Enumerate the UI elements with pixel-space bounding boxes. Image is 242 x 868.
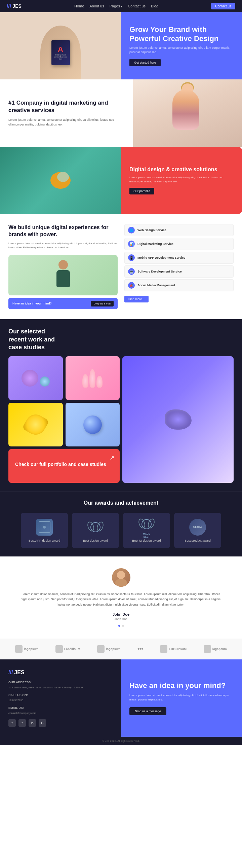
partner-logo-1: logopsum — [15, 645, 38, 653]
footer: /// JES Our address: 123 Main street, Ar… — [0, 659, 242, 737]
footer-logo-bars: /// — [8, 670, 13, 676]
footer-cta-button[interactable]: Drop us a message — [129, 707, 166, 715]
testimonial-section: Lorem ipsum dolor sit amet, consectetur … — [0, 556, 242, 639]
nav-blog[interactable]: Blog — [151, 4, 158, 8]
footer-left: /// JES Our address: 123 Main street, Ar… — [0, 659, 121, 737]
nav-links: Home About us Pages Contact us Blog — [74, 4, 158, 8]
hero-image-area: A Holding HandVertical BusinessCard — [0, 12, 121, 80]
arrow-icon: ↗ — [110, 454, 115, 462]
award-product-icon: ULTRA — [188, 518, 207, 536]
hero-title: Grow Your Brand with Powerful Creative D… — [129, 25, 234, 43]
portfolio-title-line3: case studies — [8, 343, 234, 351]
logo-icon-5 — [160, 645, 167, 653]
email-text: contact@company.com — [8, 711, 113, 716]
pink-fig-3 — [97, 376, 103, 388]
hero-hand: A Holding HandVertical BusinessCard — [40, 26, 81, 80]
desk-woman — [53, 260, 73, 290]
nav-contact[interactable]: Contact us — [128, 4, 145, 8]
logo-icon-6 — [204, 645, 211, 653]
nav-pages[interactable]: Pages — [110, 4, 123, 8]
testimonial-role: John Doe — [20, 617, 222, 621]
dot-1[interactable] — [118, 625, 120, 627]
partner-logo-3: logopsum — [97, 645, 120, 653]
chip-inner — [39, 521, 50, 533]
address-text: 123 Main street, Area name, Location nam… — [8, 686, 113, 690]
yellow-shell-icon — [22, 411, 49, 438]
logo-text-2: Làbèlifsum — [64, 647, 80, 651]
pink-fig-1 — [82, 374, 89, 388]
creative-portfolio-button[interactable]: Our portfolio — [129, 188, 154, 194]
badge-text: MADEBEST — [143, 533, 150, 538]
logo-icon-2 — [56, 645, 63, 653]
partner-logo-2: Làbèlifsum — [56, 645, 80, 653]
service-icon-1: 🌐 — [128, 227, 135, 234]
creative-title: Digital design & creative solutions — [129, 166, 234, 173]
testimonial-dots — [20, 625, 222, 627]
pink-figures-icon — [82, 369, 103, 388]
service-item-2[interactable]: 📊 Digital Marketing Service — [124, 238, 234, 250]
creative-content: Digital design & creative solutions Lore… — [121, 147, 242, 214]
about-description: Lorem ipsum dolor sit amet, consectetur … — [8, 117, 125, 127]
service-item-5[interactable]: 📣 Social Media Management — [124, 279, 234, 291]
portfolio-thumb-pink — [66, 356, 120, 400]
laurel-icon-2 — [138, 516, 155, 533]
logo-icon-3 — [97, 645, 105, 653]
brain-icon — [165, 409, 192, 430]
footer-cta-title: Have an idea in your mind? — [129, 681, 234, 690]
award-ui-icon: MADEBEST — [137, 518, 156, 536]
social-instagram[interactable]: in — [29, 719, 36, 727]
social-google[interactable]: G — [39, 719, 46, 727]
creative-image — [0, 147, 121, 214]
hero-cta-button[interactable]: Get started here — [129, 59, 161, 66]
award-ui: MADEBEST Best UI design award — [123, 513, 170, 548]
portfolio-cta-title: Check our full portfolio and case studie… — [15, 461, 106, 467]
portfolio-header: Our selected recent work and case studie… — [8, 328, 234, 351]
nav-home[interactable]: Home — [74, 4, 84, 8]
award-design-icon — [87, 518, 105, 536]
services-description: Lorem ipsum dolor sit amet, consectetur … — [8, 242, 118, 250]
service-item-4[interactable]: 💻 Software Development Service — [124, 266, 234, 278]
find-more-button[interactable]: Find more... — [124, 296, 148, 303]
service-icon-3: 📱 — [128, 254, 135, 261]
nav-cta-button[interactable]: Contact us — [211, 3, 235, 9]
creative-description: Lorem ipsum dolor sit amet, consectetur … — [129, 176, 234, 184]
hero-description: Lorem ipsum dolor sit amet, consectetur … — [129, 46, 234, 55]
svg-point-0 — [117, 571, 125, 579]
service-item-3[interactable]: 📱 Mobile APP Development Service — [124, 252, 234, 264]
idea-banner-button[interactable]: Drop us a mail — [91, 301, 114, 307]
award-app-label: Best APP design award — [29, 539, 60, 543]
portfolio-title-line1: Our selected — [8, 328, 234, 335]
portfolio-thumb-yellow — [8, 403, 63, 446]
circle-small — [40, 376, 50, 386]
social-facebook[interactable]: f — [8, 719, 16, 727]
social-twitter[interactable]: t — [19, 719, 26, 727]
award-app-icon — [35, 518, 54, 536]
desk-body — [57, 270, 70, 287]
service-name-5: Social Media Management — [137, 284, 175, 287]
services-title: We build unique digital experiences for … — [8, 224, 118, 238]
pumpkin-illustration — [0, 147, 121, 214]
portfolio-thumb-brain — [122, 356, 234, 483]
footer-socials: f t in G — [8, 719, 113, 727]
ultra-text: ULTRA — [193, 526, 202, 529]
services-content: We build unique digital experiences for … — [8, 224, 118, 309]
portfolio-cta-card[interactable]: ↗ Check our full portfolio and case stud… — [8, 449, 120, 483]
about-image — [133, 80, 242, 147]
about-title: #1 Company in digital marketing and crea… — [8, 99, 125, 114]
nav-about[interactable]: About us — [90, 4, 104, 8]
award-design-label: Best design award — [83, 539, 108, 543]
dot-2[interactable] — [122, 625, 124, 627]
badge-icon: MADEBEST — [138, 516, 155, 538]
desk-head — [59, 260, 68, 270]
navbar: /// JES Home About us Pages Contact us B… — [0, 0, 242, 12]
logo-text-1: logopsum — [24, 647, 38, 651]
woman-desk-illustration — [8, 255, 118, 296]
about-content: #1 Company in digital marketing and crea… — [0, 80, 133, 147]
woman-illustration — [133, 80, 242, 147]
logo-bars-icon: /// — [7, 3, 11, 9]
logo-text: JES — [12, 3, 21, 9]
service-icon-5: 📣 — [128, 282, 135, 289]
service-item-1[interactable]: 🌐 Web Design Service — [124, 224, 234, 236]
partner-logo-4: ••• — [137, 646, 143, 652]
testimonial-text: Lorem ipsum dolor sit amet, consectetur … — [20, 592, 222, 607]
